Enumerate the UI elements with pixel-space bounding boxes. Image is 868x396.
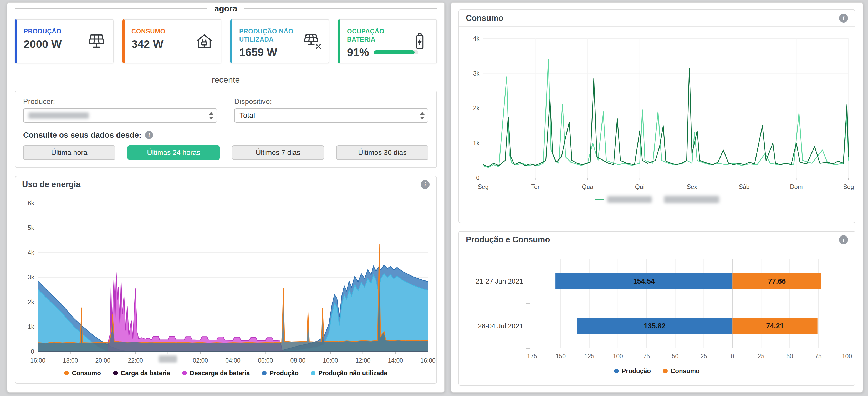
energy-usage-card: Uso de energia i 01k2k3k4k5k6k16:0018:00… [15,176,437,384]
svg-text:0: 0 [476,174,479,181]
production-consumption-card: Produção e Consumo i 1751501251007550250… [459,231,856,386]
range-button-ultimos-7-dias[interactable]: Últimos 7 dias [232,145,324,160]
stat-label-producao: PRODUÇÃO [24,27,89,35]
producer-label: Producer: [23,97,217,106]
svg-text:22:00: 22:00 [128,357,143,364]
energy-chart-legend: Consumo Carga da bateria Descarga da bat… [17,367,434,382]
legend-dot-descarga [182,371,187,375]
range-buttons-row: Última hora Últimas 24 horas Últimos 7 d… [23,145,429,160]
energy-chart[interactable]: 01k2k3k4k5k6k16:0018:0020:0022:0002:0004… [17,197,437,367]
svg-text:14:00: 14:00 [388,357,403,364]
svg-text:Dom: Dom [790,183,803,190]
svg-text:20:00: 20:00 [95,357,111,364]
prodcons-chart-legend: Produção Consumo [461,365,853,380]
section-divider-recente: recente [15,75,437,85]
legend-label: Descarga da bateria [190,369,250,377]
weekly-consumption-chart[interactable]: 01k2k3k4kSegTerQuaQuiSexSábDomSeg [461,30,856,194]
svg-text:75: 75 [643,353,650,360]
stat-label-ocupacao-bateria: OCUPAÇÃO BATERIA [347,27,413,44]
legend-dot-carga [113,371,118,375]
svg-text:175: 175 [527,353,537,360]
svg-text:12:00: 12:00 [355,357,371,364]
svg-text:1k: 1k [28,323,34,330]
svg-text:125: 125 [584,353,594,360]
weekly-chart-legend [461,194,853,208]
svg-text:5k: 5k [28,224,34,231]
range-button-ultimas-24-horas[interactable]: Últimas 24 horas [127,145,220,160]
legend-label: Carga da bateria [121,369,170,377]
stat-label-producao-nao-utilizada: PRODUÇÃO NÃO UTILIZADA [239,27,305,44]
svg-text:18:00: 18:00 [63,357,78,364]
legend-line-mark [595,199,604,200]
svg-text:Ter: Ter [531,183,540,190]
svg-text:Seg: Seg [843,183,854,190]
svg-text:0: 0 [731,353,734,360]
range-button-ultimos-30-dias[interactable]: Últimos 30 dias [336,145,429,160]
select-stepper-icon [205,109,217,122]
legend-dot-consumo [64,371,69,375]
house-plug-icon [194,31,215,52]
legend-label-redacted [664,196,719,203]
stat-card-producao: PRODUÇÃO 2000 W [15,19,114,63]
svg-text:25: 25 [701,353,707,360]
stat-label-consumo: CONSUMO [131,27,197,35]
svg-text:16:00: 16:00 [420,357,436,364]
svg-text:Seg: Seg [478,183,489,190]
svg-text:Sex: Sex [687,183,697,190]
legend-dot-nao-utilizada [311,371,315,375]
battery-progress-fill [374,50,414,54]
section-divider-agora: agora [15,4,437,13]
svg-text:100: 100 [613,353,623,360]
legend-dot-producao [262,371,267,375]
svg-text:150: 150 [556,353,566,360]
producer-value-redacted [28,112,89,119]
range-label: Consulte os seus dados desde: [23,131,142,139]
legend-label: Produção [270,369,299,377]
svg-text:3k: 3k [28,274,34,281]
svg-text:154.54: 154.54 [633,277,655,285]
info-icon[interactable]: i [421,180,430,189]
stat-card-consumo: CONSUMO 342 W [123,19,221,63]
svg-text:04:00: 04:00 [225,357,241,364]
svg-text:2k: 2k [28,299,34,306]
svg-text:2k: 2k [473,105,480,112]
battery-icon [409,31,430,52]
device-select[interactable]: Total [234,108,429,123]
legend-dot-consumo [663,369,668,373]
svg-text:Qui: Qui [635,183,645,190]
solar-panel-icon [86,31,107,52]
info-icon[interactable]: i [839,14,848,23]
svg-text:77.66: 77.66 [768,277,786,285]
dashboard-left-panel: agora PRODUÇÃO 2000 W CONSUMO 342 W PROD… [7,2,445,393]
legend-label: Produção não utilizada [318,369,388,377]
info-icon[interactable]: i [145,131,153,139]
producer-select[interactable] [23,108,217,123]
stat-card-producao-nao-utilizada: PRODUÇÃO NÃO UTILIZADA 1659 W [230,19,329,63]
production-consumption-title: Produção e Consumo [466,235,550,245]
svg-text:10:00: 10:00 [323,357,338,364]
legend-label: Consumo [72,369,101,377]
svg-text:50: 50 [786,353,793,360]
energy-usage-title: Uso de energia [22,180,81,189]
svg-text:Qua: Qua [582,183,593,190]
stat-cards-row: PRODUÇÃO 2000 W CONSUMO 342 W PRODUÇÃO N… [15,19,437,63]
legend-label: Consumo [671,367,700,375]
svg-text:02:00: 02:00 [193,357,208,364]
production-consumption-chart[interactable]: 175150125100755025025507510021-27 Jun 20… [461,252,856,365]
device-label: Dispositivo: [234,97,429,106]
range-button-ultima-hora[interactable]: Última hora [23,145,115,160]
section-title-agora: agora [214,4,237,13]
stat-card-ocupacao-bateria: OCUPAÇÃO BATERIA 91% [338,19,437,63]
svg-text:6k: 6k [28,200,34,206]
svg-text:75: 75 [815,353,822,360]
svg-text:16:00: 16:00 [30,357,45,364]
svg-text:4k: 4k [28,249,34,256]
info-icon[interactable]: i [839,235,848,244]
legend-label: Produção [622,367,651,375]
svg-text:0: 0 [31,348,34,355]
svg-text:25: 25 [757,353,765,360]
legend-label-redacted [607,196,652,203]
section-title-recente: recente [212,75,240,85]
dashboard-right-panel: Consumo i 01k2k3k4kSegTerQuaQuiSexSábDom… [451,2,863,393]
svg-text:21-27 Jun 2021: 21-27 Jun 2021 [475,277,523,285]
